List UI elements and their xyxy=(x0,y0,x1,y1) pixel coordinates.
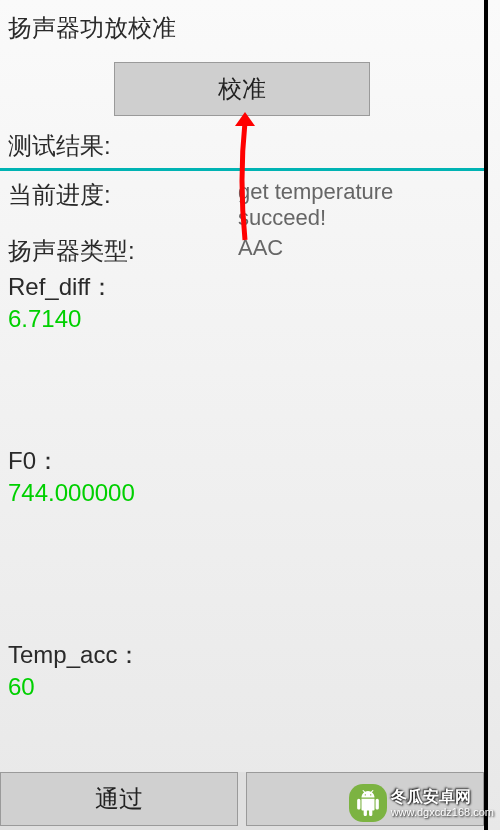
speaker-type-row: 扬声器类型: AAC xyxy=(8,235,476,267)
pass-button[interactable]: 通过 xyxy=(0,772,238,826)
progress-value: get temperature succeed! xyxy=(238,179,476,231)
progress-row: 当前进度: get temperature succeed! xyxy=(8,179,476,231)
calibrate-button-label: 校准 xyxy=(218,73,266,105)
calibrate-row: 校准 xyxy=(0,52,484,130)
f0-value: 744.000000 xyxy=(0,477,484,509)
temp-acc-label: Temp_acc： xyxy=(0,639,484,671)
page-title: 扬声器功放校准 xyxy=(0,0,484,52)
calibrate-button[interactable]: 校准 xyxy=(114,62,370,116)
f0-label: F0： xyxy=(0,445,484,477)
progress-label: 当前进度: xyxy=(8,179,238,231)
content-area: 当前进度: get temperature succeed! 扬声器类型: AA… xyxy=(0,171,484,267)
spacer xyxy=(0,509,484,639)
secondary-button[interactable] xyxy=(246,772,484,826)
app-container: 扬声器功放校准 校准 测试结果: 当前进度: get temperature s… xyxy=(0,0,488,830)
result-label: 测试结果: xyxy=(0,130,484,168)
speaker-type-value: AAC xyxy=(238,235,476,267)
speaker-type-label: 扬声器类型: xyxy=(8,235,238,267)
spacer xyxy=(0,335,484,445)
pass-button-label: 通过 xyxy=(95,783,143,815)
temp-acc-value: 60 xyxy=(0,671,484,703)
footer: 通过 xyxy=(0,772,484,830)
ref-diff-value: 6.7140 xyxy=(0,303,484,335)
ref-diff-label: Ref_diff： xyxy=(0,271,484,303)
